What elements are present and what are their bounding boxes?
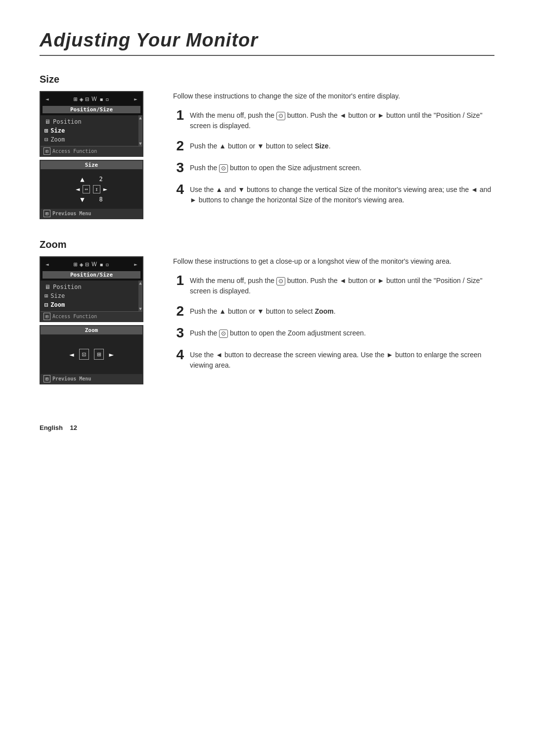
zoom-sub-title: Zoom	[41, 326, 142, 334]
size-section: Size ⊞ ◈ ⊟ Ｗ ▪	[40, 74, 494, 219]
size-sub-screen: Size ▲ 2 ◄ ↔ ↕	[40, 160, 143, 219]
z-scrollbar-up: ▲	[139, 281, 141, 285]
zoom-osd-menu-content: 🖥 Position ⊞ Size ⊟ Zoom	[41, 281, 138, 311]
step-text-2: Push the ▲ button or ▼ button to select …	[190, 139, 331, 151]
size-v-up: ▲	[80, 175, 84, 183]
zoom-adjust-controls: ◄ ⊡ ⊞ ►	[69, 349, 114, 360]
icon-box1: ▪	[99, 95, 103, 103]
size-menu-items: 🖥 Position ⊞ Size ⊟ Zoom	[41, 115, 138, 146]
z-icon-brightness: ◈	[80, 261, 84, 268]
size-intro: Follow these instructions to change the …	[173, 91, 494, 101]
size-icon: ⊞	[44, 127, 48, 134]
size-step-3: 3 Push the ⊙ button to open the Size adj…	[173, 161, 494, 175]
z-scrollbar-down: ▼	[139, 306, 141, 311]
zoom-bold: Zoom	[315, 307, 334, 315]
size-step-1: 1 With the menu off, push the ⊙ button. …	[173, 108, 494, 131]
zoom-step-2: 2 Push the ▲ button or ▼ button to selec…	[173, 304, 494, 318]
icon-brightness: ◈	[80, 95, 84, 103]
position-label: Position	[53, 118, 82, 125]
z-icon-grid: ⊟	[86, 261, 89, 268]
enter-btn-s3: ⊙	[219, 164, 228, 173]
zoom-osd-header: ⊞ ◈ ⊟ Ｗ ▪ ▫ Position/Size	[41, 257, 142, 281]
z-step-text-1: With the menu off, push the ⊙ button. Pu…	[190, 274, 494, 296]
size-sub-body: ▲ 2 ◄ ↔ ↕ ► ▼	[41, 169, 142, 209]
z-step-text-3: Push the ⊙ button to open the Zoom adjus…	[190, 326, 366, 338]
step-text-4: Use the ▲ and ▼ buttons to change the ve…	[190, 183, 494, 205]
zoom-section-row: ⊞ ◈ ⊟ Ｗ ▪ ▫ Position/Size	[40, 256, 494, 384]
z-step-num-3: 3	[173, 326, 184, 340]
size-heading: Size	[40, 74, 494, 85]
zoom-icon-enlarge: ⊞	[94, 349, 104, 360]
zoom-osd-area: ⊞ ◈ ⊟ Ｗ ▪ ▫ Position/Size	[40, 256, 153, 384]
z-size-icon: ⊞	[44, 292, 48, 299]
zoom-access-fn: ⊞ Access Function	[41, 312, 142, 321]
step-text-3: Push the ⊙ button to open the Size adjus…	[190, 161, 361, 173]
zoom-osd-icons: ⊞ ◈ ⊟ Ｗ ▪ ▫	[74, 260, 109, 269]
size-osd-menu-row: 🖥 Position ⊞ Size ⊟ Zoom	[41, 115, 142, 146]
z-menu-item-position: 🖥 Position	[44, 283, 134, 291]
size-osd-top-bar: ⊞ ◈ ⊟ Ｗ ▪ ▫	[43, 93, 140, 105]
zoom-prev-icon: ⊞	[44, 375, 50, 382]
size-h-right: ►	[103, 185, 107, 193]
zoom-osd-top-bar: ⊞ ◈ ⊟ Ｗ ▪ ▫	[43, 258, 140, 270]
zoom-osd-right-arrow	[134, 261, 137, 268]
page-footer: English 12	[40, 424, 494, 431]
zoom-icon: ⊟	[44, 136, 48, 143]
scrollbar-up: ▲	[139, 115, 141, 120]
size-prev-icon: ⊞	[44, 210, 50, 217]
z-step-num-4: 4	[173, 348, 184, 362]
zoom-heading: Zoom	[40, 239, 494, 250]
z-icon-box1: ▪	[99, 261, 103, 268]
z-step-text-4: Use the ◄ button to decrease the screen …	[190, 348, 494, 371]
position-icon: 🖥	[44, 118, 50, 125]
size-osd-menu-content: 🖥 Position ⊞ Size ⊟ Zoom	[41, 115, 138, 146]
size-sub-title: Size	[41, 161, 142, 169]
size-v-num-top: 2	[99, 176, 103, 183]
osd-left-arrow	[45, 96, 49, 102]
size-bold: Size	[315, 142, 329, 150]
step-num-1: 1	[173, 108, 184, 122]
size-h-icon-right: ↕	[93, 185, 100, 193]
access-fn-icon: ⊞	[44, 147, 50, 155]
size-osd-area: ⊞ ◈ ⊟ Ｗ ▪ ▫ Position/Size	[40, 91, 153, 219]
page-title: Adjusting Your Monitor	[40, 30, 494, 56]
zoom-menu-items: 🖥 Position ⊞ Size ⊟ Zoom	[41, 281, 138, 311]
z-position-icon: 🖥	[44, 284, 50, 290]
size-prev-label: Previous Menu	[52, 211, 91, 216]
icon-grid: ⊟	[86, 95, 89, 103]
z-zoom-label: Zoom	[50, 301, 65, 308]
zoom-steps-list: 1 With the menu off, push the ⊙ button. …	[173, 274, 494, 371]
footer-language: English	[40, 424, 63, 431]
zoom-icon-shrink: ⊡	[79, 349, 89, 360]
size-label: Size	[50, 127, 65, 134]
z-icon-box2: ▫	[105, 261, 109, 268]
z-position-label: Position	[53, 284, 82, 290]
z-menu-item-size: ⊞ Size	[44, 291, 134, 300]
menu-item-zoom: ⊟ Zoom	[44, 135, 134, 144]
step-num-3: 3	[173, 161, 184, 175]
size-step-4: 4 Use the ▲ and ▼ buttons to change the …	[173, 183, 494, 205]
z-enter-btn-s1: ⊙	[276, 277, 285, 286]
step-num-2: 2	[173, 139, 184, 153]
size-v-down: ▼	[80, 195, 84, 203]
z-zoom-icon: ⊟	[44, 301, 48, 308]
size-h-icon-left: ↔	[83, 185, 90, 193]
z-menu-item-zoom: ⊟ Zoom	[44, 300, 134, 309]
osd-right-arrow	[134, 96, 137, 102]
size-step-2: 2 Push the ▲ button or ▼ button to selec…	[173, 139, 494, 153]
z-icon-position: ⊞	[74, 261, 78, 268]
size-v-num-bot: 8	[99, 196, 103, 203]
size-prev-menu: ⊞ Previous Menu	[41, 209, 142, 218]
zoom-sub-screen: Zoom ◄ ⊡ ⊞ ► ⊞ Previous Menu	[40, 325, 143, 384]
enter-btn-s1: ⊙	[276, 112, 285, 121]
size-access-fn: ⊞ Access Function	[41, 146, 142, 156]
size-h-left: ◄	[76, 185, 80, 193]
step-text-1: With the menu off, push the ⊙ button. Pu…	[190, 108, 494, 131]
menu-item-position: 🖥 Position	[44, 117, 134, 126]
size-osd-header: ⊞ ◈ ⊟ Ｗ ▪ ▫ Position/Size	[41, 92, 142, 115]
size-osd-icons: ⊞ ◈ ⊟ Ｗ ▪ ▫	[74, 94, 109, 103]
icon-box2: ▫	[105, 95, 109, 103]
access-fn-label: Access Function	[52, 148, 97, 154]
zoom-sub-body: ◄ ⊡ ⊞ ►	[41, 334, 142, 374]
zoom-label: Zoom	[50, 136, 65, 143]
